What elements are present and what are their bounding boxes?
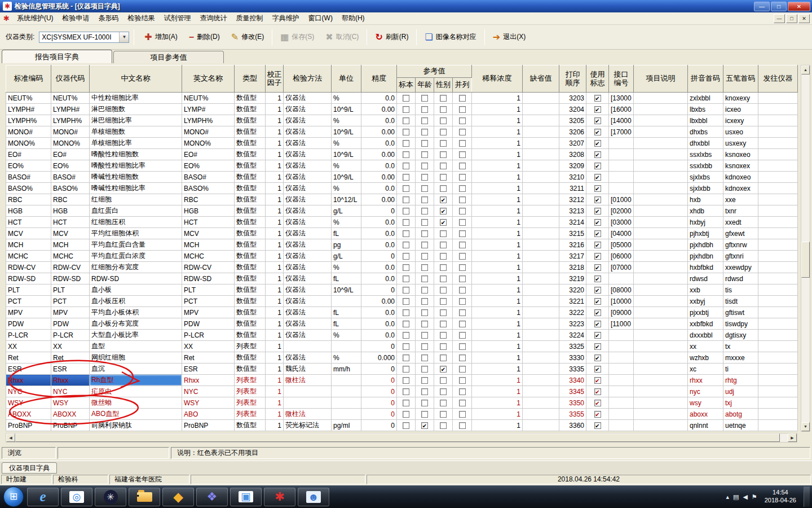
cell-ref-sample[interactable] (397, 318, 416, 330)
cell-interface-no[interactable] (609, 273, 634, 284)
cell-default-value[interactable] (523, 375, 559, 386)
cell-std-code[interactable]: MCV (6, 228, 51, 239)
cell-print-order[interactable]: 3214 (559, 217, 586, 228)
ref-checkbox[interactable] (459, 298, 466, 305)
menu-item[interactable]: 查询统计 (196, 12, 232, 24)
ref-checkbox[interactable] (403, 343, 409, 350)
column-header-ref-age[interactable]: 年龄 (416, 78, 434, 93)
cell-std-code[interactable]: PDW (6, 318, 51, 330)
use-flag-checkbox[interactable] (594, 422, 601, 429)
ref-checkbox[interactable] (440, 377, 447, 384)
ref-checkbox[interactable] (459, 275, 466, 282)
column-header-ref-group[interactable]: 参考值 (397, 65, 472, 78)
ref-checkbox[interactable] (421, 219, 428, 226)
cell-print-order[interactable]: 3221 (559, 296, 586, 307)
cell-pinyin-code[interactable]: xhdb (688, 205, 723, 217)
ref-checkbox[interactable] (403, 264, 409, 271)
cell-std-code[interactable]: WSY (6, 397, 51, 409)
cell-ref-parallel[interactable] (453, 183, 472, 194)
cell-default-value[interactable] (523, 183, 559, 194)
cell-send-device[interactable] (758, 341, 798, 352)
cell-interface-no[interactable]: [14000 (609, 115, 634, 126)
cell-send-device[interactable] (758, 318, 798, 330)
cell-use-flag[interactable] (586, 172, 609, 183)
cell-default-value[interactable] (523, 273, 559, 284)
ref-checkbox[interactable] (421, 400, 428, 406)
cell-factor[interactable]: 1 (266, 217, 284, 228)
cell-wubi-code[interactable]: rhtg (723, 375, 758, 386)
cell-factor[interactable]: 1 (266, 138, 284, 149)
cell-unit[interactable] (332, 296, 361, 307)
cell-ref-sex[interactable] (434, 341, 453, 352)
cell-en-name[interactable]: ABO (182, 409, 235, 420)
app-window-taskbar-button[interactable]: ▣ (230, 488, 262, 506)
ref-checkbox[interactable] (421, 185, 428, 192)
column-header-default-value[interactable]: 缺省值 (523, 65, 559, 93)
cell-cn-name[interactable]: 血小板 (90, 284, 182, 296)
cell-send-device[interactable] (758, 239, 798, 251)
cell-item-desc[interactable] (634, 138, 688, 149)
cell-ref-parallel[interactable] (453, 341, 472, 352)
cell-ref-parallel[interactable] (453, 138, 472, 149)
cell-cn-name[interactable]: 嗜酸性粒细胞比率 (90, 160, 182, 172)
ref-checkbox[interactable] (459, 264, 466, 271)
cell-type[interactable]: 列表型 (235, 397, 266, 409)
cell-factor[interactable]: 1 (266, 104, 284, 115)
cell-ref-sample[interactable] (397, 172, 416, 183)
cell-std-code[interactable]: MCHC (6, 251, 51, 262)
cell-item-desc[interactable] (634, 397, 688, 409)
cell-ref-age[interactable] (416, 397, 434, 409)
cell-factor[interactable]: 1 (266, 409, 284, 420)
ref-checkbox[interactable] (440, 242, 447, 248)
cell-ref-parallel[interactable] (453, 115, 472, 126)
taskbar-clock[interactable]: 14:54 2018-04-26 (761, 489, 800, 505)
cell-interface-no[interactable] (609, 160, 634, 172)
cell-interface-no[interactable] (609, 138, 634, 149)
cell-print-order[interactable]: 3340 (559, 375, 586, 386)
cell-use-flag[interactable] (586, 330, 609, 341)
cell-factor[interactable]: 1 (266, 420, 284, 431)
cell-method[interactable]: 仪器法 (284, 273, 332, 284)
cell-device-code[interactable]: MONO# (51, 126, 90, 138)
cell-en-name[interactable]: NEUT% (182, 93, 235, 104)
cell-item-desc[interactable] (634, 318, 688, 330)
use-flag-checkbox[interactable] (594, 208, 601, 214)
cell-cn-name[interactable]: 网织红细胞 (90, 352, 182, 364)
ref-checkbox[interactable] (440, 163, 447, 169)
cell-ref-sex[interactable] (434, 284, 453, 296)
cell-use-flag[interactable] (586, 307, 609, 318)
menu-item[interactable]: 检验申请 (58, 12, 94, 24)
cell-ref-parallel[interactable] (453, 420, 472, 431)
cell-dilution[interactable]: 1 (472, 149, 523, 160)
cell-wubi-code[interactable]: tiswdpy (723, 318, 758, 330)
ref-checkbox[interactable] (421, 388, 428, 395)
cell-use-flag[interactable] (586, 160, 609, 172)
cell-wubi-code[interactable]: usxexy (723, 138, 758, 149)
cell-default-value[interactable] (523, 205, 559, 217)
cell-cn-name[interactable]: 血红蛋白 (90, 205, 182, 217)
cell-send-device[interactable] (758, 115, 798, 126)
cell-std-code[interactable]: HCT (6, 217, 51, 228)
cell-default-value[interactable] (523, 160, 559, 172)
vertical-scroll-thumb[interactable] (801, 242, 810, 278)
cell-type[interactable]: 数值型 (235, 194, 266, 205)
cell-print-order[interactable]: 3213 (559, 205, 586, 217)
use-flag-checkbox[interactable] (594, 354, 601, 361)
cell-std-code[interactable]: NEUT% (6, 93, 51, 104)
cell-device-code[interactable]: ESR (51, 364, 90, 375)
refresh-button[interactable]: ↻刷新(R) (369, 29, 414, 45)
cell-ref-sex[interactable] (434, 296, 453, 307)
ref-checkbox[interactable] (421, 129, 428, 135)
cell-en-name[interactable]: HCT (182, 217, 235, 228)
cell-pinyin-code[interactable]: hxb (688, 194, 723, 205)
cell-precision[interactable]: 0.00 (361, 104, 397, 115)
ref-checkbox[interactable] (440, 388, 447, 395)
cell-use-flag[interactable] (586, 205, 609, 217)
cell-wubi-code[interactable]: gftxnri (723, 251, 758, 262)
cell-std-code[interactable]: PCT (6, 296, 51, 307)
cell-item-desc[interactable] (634, 341, 688, 352)
ref-checkbox[interactable] (440, 275, 447, 282)
cell-print-order[interactable]: 3325 (559, 341, 586, 352)
menu-item[interactable]: 系统维护(U) (12, 12, 58, 24)
cell-ref-sample[interactable] (397, 409, 416, 420)
